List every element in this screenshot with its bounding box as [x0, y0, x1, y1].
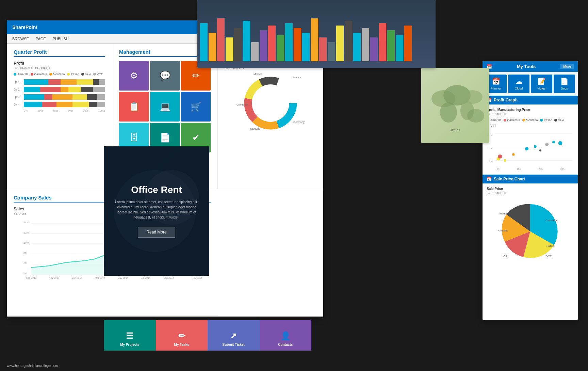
management-tile[interactable]: 📋 — [119, 92, 149, 122]
top-bar — [404, 26, 412, 61]
quarter-profit-title: Quarter Profit — [14, 49, 105, 57]
management-tile[interactable]: 🛒 — [181, 92, 211, 122]
top-bar — [243, 21, 250, 61]
management-tile-grid: ⚙💬✏📋💻🛒🗄📄✔ — [119, 61, 211, 152]
bar-container — [24, 79, 105, 85]
svg-text:Montana: Montana — [500, 212, 510, 215]
bar-segment — [72, 102, 89, 107]
svg-point-3 — [440, 102, 457, 123]
pie-svg: Carretera Paseo VTT Velo Amarilla Montan… — [496, 197, 564, 265]
axis-label: 20% — [37, 109, 43, 112]
bar-row: Qr 2 — [14, 87, 105, 92]
bar-segment — [56, 102, 73, 107]
management-tile[interactable]: ⚙ — [119, 61, 149, 91]
tool-tile[interactable]: ☁Cloud — [508, 75, 529, 93]
donut-label-france: France — [293, 76, 301, 79]
tools-grid: 📅Planner☁Cloud📝Notes📄Docs — [483, 72, 578, 96]
pg-legend-item: Montana — [522, 118, 538, 122]
svg-text:20K: 20K — [539, 168, 543, 170]
top-bar — [379, 23, 386, 61]
axis-label: 60% — [68, 109, 73, 112]
my-tools-title: My Tools — [517, 64, 536, 69]
bar-segment — [48, 79, 61, 85]
sale-price-header: 📅 Sale Price Chart — [483, 175, 578, 183]
legend-item: Carretera — [31, 72, 47, 76]
office-rent-title: Office Rent — [114, 184, 199, 195]
axis-label: 100% — [98, 109, 105, 112]
bar-container — [24, 94, 105, 100]
legend-item: Amarilla — [14, 72, 29, 76]
svg-text:0K: 0K — [497, 168, 500, 170]
top-bar — [251, 42, 259, 61]
bar-container — [24, 87, 105, 92]
svg-text:12M: 12M — [23, 231, 29, 234]
nav-browse[interactable]: BROWSE — [12, 37, 29, 41]
bar-label: Qr 2 — [14, 88, 24, 91]
profit-graph-header: 📅 Profit Graph — [483, 96, 578, 104]
svg-text:May 2014: May 2014 — [117, 277, 128, 279]
bar-segment — [99, 79, 105, 85]
qp-chart-label: Profit — [14, 61, 105, 66]
bottom-tool-item[interactable]: ☰My Projects — [104, 320, 156, 351]
svg-text:Sep 2013: Sep 2013 — [26, 277, 36, 279]
svg-text:Sep 2014: Sep 2014 — [163, 277, 174, 279]
my-tools-header: 📅 My Tools More — [483, 61, 578, 72]
sp-chart-label: Sale Price — [487, 187, 574, 191]
right-panel: 📅 My Tools More 📅Planner☁Cloud📝Notes📄Doc… — [483, 61, 578, 320]
svg-text:Jan 2014: Jan 2014 — [72, 277, 82, 279]
top-bar — [200, 23, 208, 61]
svg-text:Velo: Velo — [503, 255, 508, 258]
bar-row: Qr 3 — [14, 94, 105, 100]
management-tile[interactable]: 💻 — [150, 92, 180, 122]
svg-point-50 — [534, 145, 537, 148]
top-bar — [311, 18, 318, 61]
tool-name: Planner — [491, 87, 501, 90]
tool-icon: ☁ — [516, 77, 522, 85]
svg-point-13 — [259, 91, 282, 115]
bar-segment — [61, 79, 77, 85]
bar-row: Qr 1 — [14, 79, 105, 85]
bar-row: Qr 4 — [14, 102, 105, 107]
svg-point-54 — [558, 141, 562, 145]
top-bar-chart-visual — [197, 0, 436, 68]
tool-tile[interactable]: 📄Docs — [554, 75, 575, 93]
bottom-tool-label: My Projects — [120, 343, 139, 346]
bar-segment — [24, 87, 40, 92]
footer-text: www.heritagechristiancollege.com — [7, 364, 58, 368]
pg-legend-item: Paseo — [540, 118, 553, 122]
bar-segment — [40, 87, 61, 92]
bottom-tool-label: Submit Ticket — [223, 343, 245, 346]
svg-text:2M: 2M — [489, 160, 493, 162]
nav-page[interactable]: PAGE — [36, 37, 46, 41]
bottom-tool-icon: 👤 — [280, 331, 291, 341]
legend-item: VTT — [93, 72, 103, 76]
bottom-tool-item[interactable]: ↗Submit Ticket — [208, 320, 260, 351]
pg-legend-item: Carretera — [504, 118, 520, 122]
top-bar — [217, 18, 225, 61]
svg-text:AFRICA: AFRICA — [450, 129, 460, 132]
bottom-tool-item[interactable]: 👤Contacts — [260, 320, 312, 351]
company-profit-donut: France Germany Canada United St... Mexic… — [240, 72, 301, 134]
bar-segment — [24, 102, 42, 107]
profit-graph-title: Profit Graph — [494, 98, 518, 102]
svg-text:Mar 2014: Mar 2014 — [95, 277, 105, 279]
bar-segment — [52, 94, 73, 100]
tools-more-button[interactable]: More — [560, 64, 574, 69]
read-more-button[interactable]: Read More — [138, 227, 175, 238]
bottom-tool-label: My Tasks — [174, 343, 189, 346]
management-tile[interactable]: 💬 — [150, 61, 180, 91]
world-map-panel: AFRICA — [421, 68, 489, 143]
tool-tile[interactable]: 📝Notes — [531, 75, 552, 93]
management-title: Management — [119, 49, 211, 57]
svg-text:6M: 6M — [23, 262, 28, 265]
bottom-tool-item[interactable]: ✏My Tasks — [156, 320, 208, 351]
top-bar — [328, 42, 335, 61]
office-rent-body: Lorem ipsum dolor sit amet, consectetur … — [114, 199, 199, 220]
donut-label-canada: Canada — [250, 127, 260, 130]
top-bar — [277, 35, 284, 61]
svg-point-46 — [504, 159, 506, 162]
svg-point-51 — [539, 149, 541, 151]
sp-chart-sublabel: BY PRODUCT — [487, 191, 574, 195]
nav-publish[interactable]: PUBLISH — [53, 37, 69, 41]
top-bar — [268, 26, 276, 61]
